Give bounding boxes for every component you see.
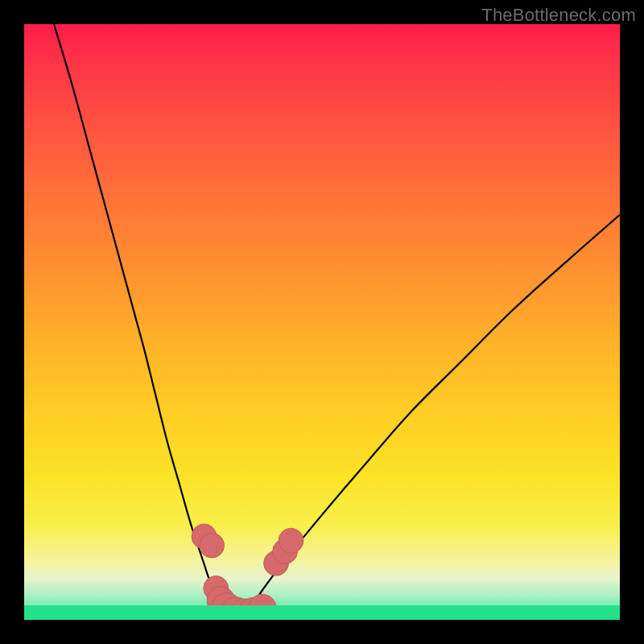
chart-svg — [24, 24, 620, 620]
optimal-zone-strip — [24, 605, 620, 620]
plot-area — [24, 24, 620, 620]
watermark-text: TheBottleneck.com — [481, 5, 636, 26]
data-marker — [200, 533, 225, 558]
chart-frame: TheBottleneck.com — [0, 0, 644, 644]
data-marker — [279, 528, 303, 553]
